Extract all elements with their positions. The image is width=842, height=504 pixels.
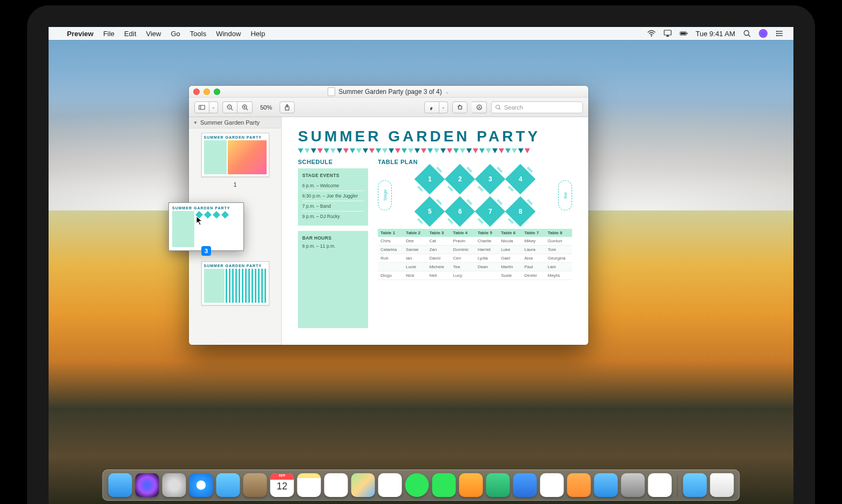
dock-reminders-icon[interactable] xyxy=(324,473,348,497)
document-proxy-icon[interactable] xyxy=(328,87,335,96)
table-row: ChrisDeeCatPravinCharlieNicolaMikeyGordo… xyxy=(378,237,572,246)
file-menu[interactable]: File xyxy=(103,30,114,38)
window-menu[interactable]: Window xyxy=(216,30,241,38)
dock-pages-icon[interactable] xyxy=(459,473,483,497)
edit-menu[interactable]: Edit xyxy=(124,30,136,38)
rotate-button[interactable] xyxy=(452,101,467,113)
tools-menu[interactable]: Tools xyxy=(190,30,206,38)
svg-rect-3 xyxy=(681,32,686,35)
dock-separator xyxy=(677,475,678,497)
app-menu[interactable]: Preview xyxy=(67,30,93,38)
zoom-in-button[interactable] xyxy=(237,101,253,113)
title-menu-chevron-icon[interactable]: ⌄ xyxy=(445,89,450,94)
svg-rect-13 xyxy=(199,105,205,110)
help-menu[interactable]: Help xyxy=(250,30,265,38)
airplay-icon[interactable] xyxy=(663,29,672,38)
dock-calendar-icon[interactable]: SEP12 xyxy=(270,473,294,497)
siri-icon[interactable] xyxy=(759,29,768,38)
sidebar-view-button[interactable] xyxy=(194,101,209,113)
svg-point-10 xyxy=(776,31,777,32)
table-5: 5 xyxy=(415,196,445,227)
svg-rect-1 xyxy=(664,30,671,35)
markup-button[interactable]: A xyxy=(472,101,487,113)
dock-messages-icon[interactable] xyxy=(405,473,429,497)
table-3: 3 xyxy=(475,164,506,195)
seating-header: Table 7 xyxy=(521,229,545,237)
seating-header: Table 2 xyxy=(403,229,426,237)
search-field[interactable]: Search xyxy=(491,101,583,113)
dragging-thumbnail[interactable]: SUMMER GARDEN PARTY 3 xyxy=(168,202,244,251)
table-6: 6 xyxy=(445,196,476,227)
table-7: 7 xyxy=(475,196,506,227)
dock-maps-icon[interactable] xyxy=(351,473,375,497)
dock-safari-icon[interactable] xyxy=(189,473,213,497)
clock[interactable]: Tue 9:41 AM xyxy=(696,30,735,38)
view-menu[interactable]: View xyxy=(146,30,161,38)
seating-header: Table 3 xyxy=(426,229,450,237)
svg-line-28 xyxy=(499,108,501,110)
dock-keynote-icon[interactable] xyxy=(513,473,537,497)
wifi-icon[interactable] xyxy=(647,29,656,38)
stage-event: 9 p.m. – DJ Rocky xyxy=(302,211,364,221)
highlight-button[interactable] xyxy=(424,101,439,113)
dock-finder-icon[interactable] xyxy=(108,473,132,497)
dock-itunes-icon[interactable] xyxy=(540,473,564,497)
table-row: LucieMicheleTeaDeanMartinPaulLani xyxy=(378,263,572,271)
dock-preview-icon[interactable] xyxy=(648,473,672,497)
preview-window: Summer Garden Party (page 3 of 4) ⌄ ⌄ xyxy=(189,86,588,345)
table-row: DiogoNickNeilLucySusieDexterMeylis xyxy=(378,271,572,280)
dock-trash-icon[interactable] xyxy=(710,473,734,497)
dock-siri-icon[interactable] xyxy=(135,473,159,497)
notification-center-icon[interactable] xyxy=(775,29,784,38)
dock-photos-icon[interactable] xyxy=(378,473,402,497)
stage-event: 6 p.m. – Welcome xyxy=(302,181,364,190)
dock-notes-icon[interactable] xyxy=(297,473,321,497)
minimize-button[interactable] xyxy=(203,88,210,95)
bunting-decoration xyxy=(298,148,572,153)
doc-title: SUMMER GARDEN PARTY xyxy=(298,128,572,145)
table-row: CatarinaSamarZanDominicHarrietLukeLauraT… xyxy=(378,246,572,254)
table-row: RobIanDavidCeriLydiaGaelAixaGeorgina xyxy=(378,254,572,263)
dock-contacts-icon[interactable] xyxy=(243,473,267,497)
schedule-heading: SCHEDULE xyxy=(298,159,368,165)
svg-rect-24 xyxy=(458,106,461,109)
dock: SEP12 xyxy=(103,469,740,501)
table-4: 4 xyxy=(505,164,536,195)
zoom-button[interactable] xyxy=(214,88,220,95)
zoom-out-button[interactable] xyxy=(222,101,237,113)
dock-sysprefs-icon[interactable] xyxy=(621,473,645,497)
seating-header: Table 4 xyxy=(450,229,475,237)
svg-line-19 xyxy=(246,108,248,110)
dock-launchpad-icon[interactable] xyxy=(162,473,186,497)
dock-facetime-icon[interactable] xyxy=(432,473,456,497)
dock-appstore-icon[interactable] xyxy=(594,473,618,497)
dock-ibooks-icon[interactable] xyxy=(567,473,591,497)
page-thumbnail-4[interactable]: SUMMER GARDEN PARTY xyxy=(201,261,269,305)
dock-downloads-icon[interactable] xyxy=(683,473,707,497)
dock-mail-icon[interactable] xyxy=(216,473,240,497)
highlight-menu-button[interactable]: ⌄ xyxy=(439,101,448,113)
svg-line-16 xyxy=(231,108,233,110)
window-titlebar[interactable]: Summer Garden Party (page 3 of 4) ⌄ xyxy=(189,86,588,98)
battery-icon[interactable] xyxy=(680,29,688,38)
sidebar-view-menu-button[interactable]: ⌄ xyxy=(209,101,218,113)
share-button[interactable] xyxy=(280,101,295,113)
svg-point-12 xyxy=(776,35,777,36)
bar-hours-panel: BAR HOURS 6 p.m. – 11 p.m. xyxy=(298,231,368,328)
drag-page-badge: 3 xyxy=(201,246,211,256)
dock-numbers-icon[interactable] xyxy=(486,473,510,497)
go-menu[interactable]: Go xyxy=(171,30,180,38)
seating-header: Table 8 xyxy=(545,229,572,237)
spotlight-icon[interactable] xyxy=(743,29,751,38)
seating-header: Table 1 xyxy=(378,229,403,237)
search-placeholder: Search xyxy=(504,104,523,111)
document-page[interactable]: SUMMER GARDEN PARTY SCHEDULE STAGE EVENT… xyxy=(282,117,588,345)
toolbar: ⌄ 50% xyxy=(189,98,588,117)
sidebar-document-header[interactable]: Summer Garden Party xyxy=(189,117,281,128)
svg-line-6 xyxy=(749,35,751,37)
table-2: 2 xyxy=(445,164,476,195)
seating-header: Table 5 xyxy=(475,229,498,237)
stage-box: Stage xyxy=(378,180,392,210)
page-thumbnail-1[interactable]: SUMMER GARDEN PARTY xyxy=(201,133,269,177)
close-button[interactable] xyxy=(193,88,200,95)
